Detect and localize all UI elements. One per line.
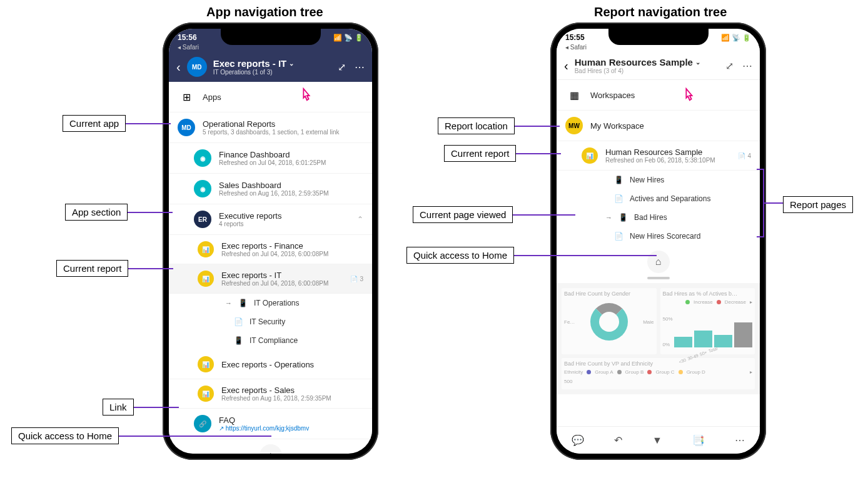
notch: [221, 29, 321, 45]
report-icon: 📊: [198, 386, 214, 402]
row-title: Exec reports - Sales: [221, 386, 363, 395]
donut-chart: [590, 303, 628, 341]
dashboard-icon: ◉: [194, 180, 211, 197]
bracket-line: [764, 202, 783, 204]
chart-title: Bad Hire Count by Gender: [564, 291, 654, 297]
back-icon[interactable]: ‹: [176, 60, 181, 74]
row-sub: Refreshed on Aug 16, 2018, 2:59:35PM: [221, 395, 363, 402]
callout-current-report: Current report: [444, 145, 561, 162]
app-header: ‹ MD Exec reports - IT ⌄ IT Operations (…: [169, 52, 372, 82]
page-bad-hires[interactable]: → 📱 Bad Hires: [557, 208, 760, 227]
page-label: IT Security: [250, 317, 285, 326]
drag-handle[interactable]: [647, 277, 670, 279]
bookmark-icon[interactable]: 📑: [692, 434, 705, 446]
report-icon: 📊: [198, 241, 214, 257]
executive-reports-row[interactable]: ER Executive reports 4 reports ⌃: [169, 204, 372, 235]
more-icon[interactable]: ⋯: [742, 60, 752, 72]
chart-preview: Bad Hire Count by Gender Fe… Male Bad Hi…: [557, 283, 760, 394]
arrow-icon: →: [605, 214, 612, 221]
title-app-nav: App navigation tree: [206, 5, 323, 19]
row-sub: 5 reports, 3 dashboards, 1 section, 1 ex…: [203, 129, 363, 136]
page-count: 📄 4: [738, 152, 751, 159]
callout-home: Quick access to Home: [11, 427, 271, 444]
page-icon: 📄: [614, 232, 623, 241]
page-mobile-icon: 📱: [238, 299, 248, 307]
expand-icon[interactable]: ⤢: [725, 60, 734, 72]
report-icon: 📊: [582, 147, 598, 164]
page-label: Actives and Separations: [630, 194, 710, 203]
row-sub: Refreshed on Aug 16, 2018, 2:59:35PM: [219, 190, 363, 197]
status-icons: 📶 📡 🔋: [333, 34, 363, 42]
more-icon[interactable]: ⋯: [735, 434, 745, 446]
row-sub: 4 reports: [219, 221, 350, 227]
report-icon: 📊: [198, 356, 214, 372]
more-icon[interactable]: ⋯: [355, 61, 365, 73]
apps-row[interactable]: ⊞ Apps: [169, 82, 372, 112]
page-label: New Hires: [630, 176, 664, 184]
workspaces-row[interactable]: ▦ Workspaces: [557, 80, 760, 111]
page-label: IT Compliance: [250, 336, 298, 345]
callout-home: Quick access to Home: [406, 247, 657, 264]
row-title: FAQ: [219, 416, 363, 425]
arrow-icon: →: [225, 299, 232, 307]
row-sub: Refreshed on Jul 04, 2018, 6:00:08PM: [221, 251, 363, 257]
row-title: Executive reports: [219, 211, 350, 221]
chart-title: Bad Hires as % of Actives b…: [663, 291, 753, 297]
hr-sample-row[interactable]: 📊 Human Resources Sample Refreshed on Fe…: [557, 141, 760, 171]
header-sub: Bad Hires (3 of 4): [575, 67, 719, 74]
bottom-nav: 💬 ↶ ▼ 📑 ⋯: [557, 426, 760, 454]
page-it-compliance[interactable]: 📱 IT Compliance: [169, 331, 372, 350]
row-sub: Refreshed on Jul 04, 2018, 6:00:08PM: [221, 280, 343, 287]
row-title: Workspaces: [590, 91, 751, 100]
page-label: IT Operations: [254, 299, 299, 307]
back-icon[interactable]: ‹: [564, 59, 568, 73]
page-scorecard[interactable]: 📄 New Hires Scorecard: [557, 227, 760, 246]
filter-icon[interactable]: ▼: [652, 435, 662, 446]
page-mobile-icon: 📱: [618, 213, 628, 222]
callout-report-pages: Report pages: [783, 196, 853, 213]
undo-icon[interactable]: ↶: [614, 434, 622, 446]
finance-dashboard-row[interactable]: ◉ Finance Dashboard Refreshed on Jul 04,…: [169, 143, 372, 174]
page-icon: 📄: [234, 317, 243, 326]
row-title: Exec reports - Finance: [221, 241, 363, 251]
header-sub: IT Operations (1 of 3): [213, 69, 331, 76]
dashboard-icon: ◉: [194, 149, 211, 167]
operational-reports-row[interactable]: MD Operational Reports 5 reports, 3 dash…: [169, 112, 372, 143]
header-title[interactable]: Human Resources Sample ⌄: [575, 57, 719, 67]
bracket: [757, 169, 764, 237]
page-actives[interactable]: 📄 Actives and Separations: [557, 189, 760, 208]
page-new-hires[interactable]: 📱 New Hires: [557, 171, 760, 189]
callout-current-page: Current page viewed: [413, 206, 575, 223]
expand-icon[interactable]: ⤢: [338, 61, 346, 73]
exec-ops-row[interactable]: 📊 Exec reports - Operations: [169, 350, 372, 379]
row-title: Exec reports - Operations: [221, 360, 363, 369]
report-icon: 📊: [198, 271, 214, 287]
row-title: Finance Dashboard: [219, 150, 363, 159]
callout-current-app: Current app: [63, 115, 171, 132]
phone-right: 15:55 📶 📡 🔋 ◂ Safari ‹ Human Resources S…: [550, 22, 766, 460]
header-avatar: MD: [187, 57, 207, 77]
exec-finance-row[interactable]: 📊 Exec reports - Finance Refreshed on Ju…: [169, 235, 372, 264]
avatar: ER: [194, 211, 211, 228]
page-mobile-icon: 📱: [614, 176, 623, 184]
exec-sales-row[interactable]: 📊 Exec reports - Sales Refreshed on Aug …: [169, 379, 372, 409]
avatar: MD: [178, 119, 195, 136]
callout-report-location: Report location: [438, 117, 560, 134]
page-it-security[interactable]: 📄 IT Security: [169, 312, 372, 331]
apps-icon: ⊞: [178, 88, 195, 106]
exec-it-row[interactable]: 📊 Exec reports - IT Refreshed on Jul 04,…: [169, 264, 372, 294]
header-title[interactable]: Exec reports - IT ⌄: [213, 58, 331, 69]
row-title: Operational Reports: [203, 119, 363, 129]
notch: [608, 29, 709, 45]
home-button[interactable]: ⌂: [260, 444, 282, 454]
row-title: Sales Dashboard: [219, 181, 363, 190]
page-label: New Hires Scorecard: [630, 232, 700, 241]
page-label: Bad Hires: [634, 213, 667, 222]
my-workspace-row[interactable]: MW My Workspace: [557, 111, 760, 141]
sales-dashboard-row[interactable]: ◉ Sales Dashboard Refreshed on Aug 16, 2…: [169, 174, 372, 204]
chart-title: Bad Hire Count by VP and Ethnicity: [564, 361, 752, 367]
page-it-operations[interactable]: → 📱 IT Operations: [169, 294, 372, 312]
page-mobile-icon: 📱: [234, 336, 243, 345]
callout-current-report: Current report: [56, 260, 173, 277]
comment-icon[interactable]: 💬: [572, 434, 584, 446]
